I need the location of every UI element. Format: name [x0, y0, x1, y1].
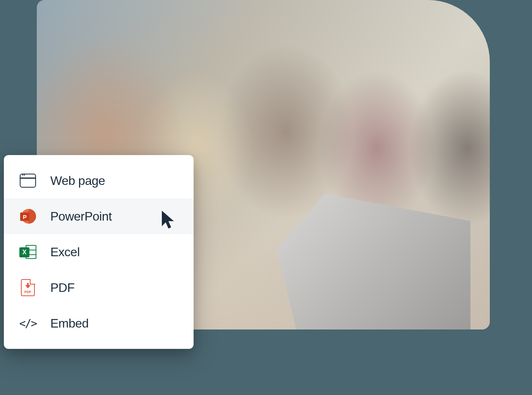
powerpoint-icon: P: [19, 208, 36, 225]
menu-label-embed: Embed: [50, 316, 89, 331]
menu-label-excel: Excel: [50, 245, 80, 259]
embed-icon: </>: [19, 315, 36, 332]
menu-label-webpage: Web page: [50, 174, 105, 188]
excel-icon: X: [19, 243, 36, 260]
menu-item-excel[interactable]: X Excel: [4, 234, 194, 270]
menu-item-powerpoint[interactable]: P PowerPoint: [4, 198, 194, 234]
menu-label-powerpoint: PowerPoint: [50, 209, 112, 224]
cursor-icon: [160, 209, 178, 233]
export-menu: Web page P PowerPoint X Excel: [4, 155, 194, 349]
menu-item-embed[interactable]: </> Embed: [4, 305, 194, 341]
menu-label-pdf: PDF: [50, 281, 75, 295]
webpage-icon: [19, 172, 36, 189]
menu-item-webpage[interactable]: Web page: [4, 163, 194, 198]
menu-item-pdf[interactable]: PDF PDF: [4, 270, 194, 305]
svg-text:P: P: [23, 214, 27, 220]
pdf-icon: PDF: [19, 279, 36, 296]
